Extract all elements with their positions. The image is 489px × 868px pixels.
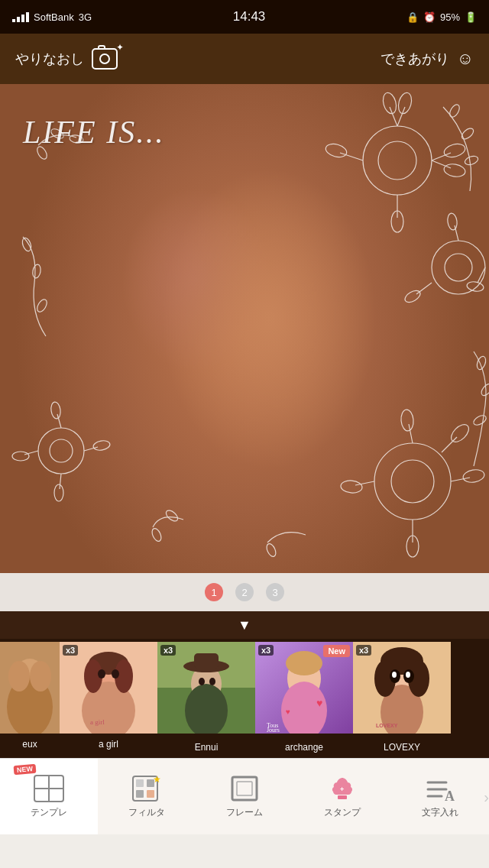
svg-point-98 xyxy=(392,672,397,678)
carrier-label: SoftBank xyxy=(34,11,74,23)
network-label: 3G xyxy=(79,11,92,23)
nav-text[interactable]: A 文字入れ › xyxy=(391,759,489,834)
thumbnail-image xyxy=(0,642,60,734)
svg-point-99 xyxy=(406,672,410,678)
nav-stamp[interactable]: + スタンプ xyxy=(293,759,391,834)
stamp-icon: + xyxy=(325,774,359,803)
svg-text:LOVEXY: LOVEXY xyxy=(376,723,398,728)
svg-point-63 xyxy=(30,661,51,691)
svg-text:a girl: a girl xyxy=(90,718,105,726)
thumbnail-item[interactable]: eux xyxy=(0,642,60,755)
chevron-down-icon: ▼ xyxy=(238,617,251,633)
thumbnail-item[interactable]: x3 Ennui xyxy=(157,642,255,755)
smile-icon: ☺ xyxy=(457,49,474,69)
svg-text:+: + xyxy=(340,785,344,793)
svg-text:★: ★ xyxy=(153,775,161,785)
done-button[interactable]: できあがり ☺ xyxy=(381,49,474,69)
svg-text:Jours: Jours xyxy=(267,727,280,734)
svg-rect-108 xyxy=(147,790,154,798)
pagination-dot-1[interactable]: 1 xyxy=(205,583,223,601)
thumbnail-item[interactable]: LOVEXY x3 LOVEXY xyxy=(353,642,451,755)
pagination: 1 2 3 xyxy=(0,573,489,611)
pagination-dot-2[interactable]: 2 xyxy=(235,583,254,601)
pagination-dot-3[interactable]: 3 xyxy=(266,583,284,601)
template-icon xyxy=(32,774,66,803)
x3-badge: x3 xyxy=(160,645,176,656)
photo-area: LIFE IS... xyxy=(0,84,489,573)
thumbnail-label: a girl xyxy=(60,734,157,755)
thumbnail-label: LOVEXY xyxy=(353,737,451,755)
x3-badge: x3 xyxy=(63,645,78,656)
signal-icon xyxy=(12,12,29,22)
thumbnail-label: eux xyxy=(0,734,60,755)
svg-text:A: A xyxy=(445,789,455,802)
x3-badge: x3 xyxy=(258,645,274,656)
svg-rect-111 xyxy=(237,782,252,795)
status-time: 14:43 xyxy=(233,9,266,24)
template-label: テンプレ xyxy=(31,806,67,819)
svg-point-70 xyxy=(98,669,105,679)
sparkle-icon: ✦ xyxy=(116,42,124,53)
svg-rect-112 xyxy=(338,795,347,799)
status-left: SoftBank 3G xyxy=(12,11,92,23)
arrow-right-icon: › xyxy=(484,788,489,805)
thumbnail-strip: eux a girl x3 a girl xyxy=(0,639,489,758)
expand-bar[interactable]: ▼ xyxy=(0,611,489,639)
filter-icon: ★ xyxy=(130,774,164,803)
svg-point-62 xyxy=(8,661,30,691)
svg-point-85 xyxy=(286,651,322,675)
bottom-nav: NEW テンプレ ★ フィルタ xyxy=(0,758,489,834)
svg-text:♥: ♥ xyxy=(286,708,290,716)
svg-rect-110 xyxy=(232,777,257,800)
x3-badge: x3 xyxy=(356,645,371,656)
redo-button[interactable]: やりなおし ✦ xyxy=(15,48,118,70)
done-label: できあがり xyxy=(381,50,449,68)
frame-icon xyxy=(228,774,261,803)
nav-frame[interactable]: フレーム xyxy=(196,759,293,834)
camera-icon xyxy=(92,48,118,70)
redo-label: やりなおし xyxy=(15,50,84,68)
stamp-label: スタンプ xyxy=(324,806,361,819)
thumbnail-image xyxy=(157,642,255,737)
svg-text:♥: ♥ xyxy=(316,697,322,709)
text-label: 文字入れ xyxy=(422,806,458,819)
new-badge: NEW xyxy=(14,764,37,775)
svg-rect-78 xyxy=(194,653,219,669)
lock-icon: 🔒 xyxy=(406,11,419,23)
svg-point-79 xyxy=(199,678,205,685)
thumbnail-item[interactable]: a girl x3 a girl xyxy=(60,642,157,755)
status-right: 🔒 ⏰ 95% 🔋 xyxy=(406,11,477,23)
svg-point-71 xyxy=(112,669,119,679)
thumbnail-image: LOVEXY xyxy=(353,642,451,737)
photo-text-overlay: LIFE IS... xyxy=(23,115,165,150)
thumbnail-item[interactable]: ♥ ♥ Tous Jours x3 New archange xyxy=(255,642,353,755)
thumbnail-image: a girl xyxy=(60,642,157,734)
svg-point-80 xyxy=(209,678,215,685)
filter-label: フィルタ xyxy=(128,806,165,819)
alarm-icon: ⏰ xyxy=(423,11,436,23)
photo-background xyxy=(0,84,489,573)
new-badge: New xyxy=(323,645,350,657)
svg-rect-105 xyxy=(136,779,144,787)
svg-rect-107 xyxy=(136,790,144,798)
battery-icon: 🔋 xyxy=(465,11,477,23)
battery-label: 95% xyxy=(440,11,460,23)
thumbnail-label: archange xyxy=(255,737,353,755)
thumbnail-label: Ennui xyxy=(157,737,255,755)
top-bar: やりなおし ✦ できあがり ☺ xyxy=(0,34,489,84)
nav-template[interactable]: NEW テンプレ xyxy=(0,759,98,834)
status-bar: SoftBank 3G 14:43 🔒 ⏰ 95% 🔋 xyxy=(0,0,489,34)
nav-filter[interactable]: ★ フィルタ xyxy=(98,759,196,834)
frame-label: フレーム xyxy=(226,806,263,819)
text-icon: A xyxy=(423,774,457,803)
